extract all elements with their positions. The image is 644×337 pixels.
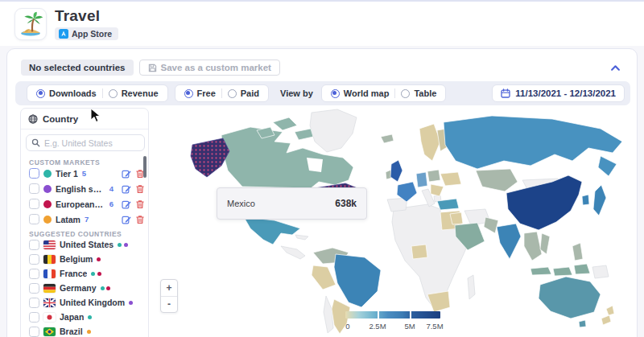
suggested-country-row[interactable]: Belgium	[21, 252, 149, 266]
world-map[interactable]	[154, 108, 637, 337]
membership-dot	[101, 286, 105, 290]
custom-market-row[interactable]: European countries6	[21, 196, 149, 212]
membership-dots	[101, 286, 111, 290]
country-checkbox[interactable]	[29, 269, 39, 279]
membership-dot	[88, 315, 92, 319]
flag-icon-fr	[43, 269, 56, 278]
market-checkbox[interactable]	[29, 183, 39, 194]
country-checkbox[interactable]	[29, 240, 39, 250]
custom-market-row[interactable]: Tier 15	[21, 166, 149, 181]
market-color-dot	[43, 170, 52, 178]
store-badge: App Store	[55, 27, 118, 40]
radio-icon[interactable]	[228, 89, 237, 98]
sidebar-title: Country	[43, 114, 78, 124]
country-sidebar: Country CUSTOM MARKETS Tier 15English sp…	[20, 108, 149, 337]
country-search[interactable]	[26, 134, 145, 151]
custom-market-row[interactable]: Latam7	[21, 212, 149, 227]
map-country-russia-fareast	[598, 156, 617, 176]
radio-view-table[interactable]: Table	[395, 88, 442, 98]
legend-label-2: 5M	[404, 322, 415, 331]
radio-price-paid[interactable]: Paid	[222, 88, 265, 98]
radio-icon[interactable]	[401, 89, 410, 98]
country-checkbox[interactable]	[29, 312, 39, 323]
membership-dot	[97, 272, 101, 276]
map-country-peru	[312, 265, 336, 290]
map-country-japan	[593, 185, 606, 216]
suggested-country-row[interactable]: France	[21, 266, 149, 281]
map-tooltip: Mexico 638k	[217, 187, 367, 220]
country-name: Belgium	[60, 254, 93, 264]
radio-icon[interactable]	[184, 89, 193, 98]
map-country-brazil	[334, 254, 381, 307]
flag-icon-de	[43, 284, 56, 293]
save-custom-market-button[interactable]: Save as a custom market	[139, 60, 280, 76]
radio-view-world-map[interactable]: World map	[325, 88, 395, 98]
edit-icon[interactable]	[122, 184, 131, 194]
country-checkbox[interactable]	[29, 327, 39, 337]
map-country-papua	[592, 265, 609, 278]
map-country-indonesia	[530, 264, 590, 276]
suggested-country-row[interactable]: United Kingdom	[21, 295, 149, 310]
radio-icon[interactable]	[331, 89, 340, 98]
map-country-myanmar-thailand	[524, 232, 542, 261]
market-checkbox[interactable]	[29, 199, 39, 209]
edit-icon[interactable]	[122, 199, 131, 209]
suggested-country-row[interactable]: Japan	[21, 310, 149, 324]
custom-market-row[interactable]: English speaking ...4	[21, 181, 149, 196]
membership-dots	[87, 330, 91, 334]
membership-dots	[91, 272, 101, 276]
country-name: France	[60, 269, 87, 278]
metric-radio-group: DownloadsRevenue	[27, 84, 168, 102]
selection-toolbar: No selected countries Save as a custom m…	[7, 59, 637, 76]
suggested-country-row[interactable]: United States	[21, 237, 149, 252]
edit-icon[interactable]	[122, 169, 131, 179]
suggested-country-row[interactable]: Brazil	[21, 324, 149, 337]
map-country-iraq	[450, 212, 463, 224]
map-country-china	[506, 175, 582, 230]
date-range-picker[interactable]: 11/13/2021 - 12/13/2021	[492, 84, 625, 102]
store-badge-label: App Store	[72, 29, 112, 39]
main-panel: No selected countries Save as a custom m…	[6, 48, 638, 337]
globe-icon	[28, 114, 38, 124]
market-name: Latam	[56, 215, 80, 224]
trash-icon[interactable]	[135, 199, 145, 209]
trash-icon[interactable]	[135, 215, 145, 224]
country-search-input[interactable]	[44, 138, 133, 148]
zoom-in-button[interactable]: +	[161, 280, 177, 297]
search-icon	[31, 138, 40, 147]
radio-icon[interactable]	[109, 89, 118, 98]
market-name: Tier 1	[56, 169, 78, 179]
world-map-panel: Mexico 638k + - 0 2.5M 5M 7.5M	[154, 108, 637, 337]
radio-metric-downloads[interactable]: Downloads	[31, 88, 102, 98]
market-checkbox[interactable]	[29, 214, 39, 224]
app-store-icon	[59, 29, 68, 39]
radio-label: Free	[197, 88, 216, 98]
map-country-tasmania	[579, 320, 586, 327]
market-color-dot	[43, 185, 52, 193]
suggested-country-row[interactable]: Germany	[21, 281, 149, 295]
radio-metric-revenue[interactable]: Revenue	[103, 88, 164, 98]
country-checkbox[interactable]	[29, 283, 39, 294]
membership-dots	[88, 315, 92, 319]
market-checkbox[interactable]	[29, 168, 39, 179]
tooltip-country: Mexico	[227, 199, 255, 208]
radio-icon[interactable]	[36, 89, 45, 98]
map-country-greenland	[310, 109, 357, 152]
radio-price-free[interactable]: Free	[179, 88, 221, 98]
trash-icon[interactable]	[135, 184, 145, 194]
map-country-vietnam	[540, 233, 550, 254]
zoom-out-button[interactable]: -	[161, 297, 177, 313]
flag-icon-br	[43, 327, 56, 336]
country-checkbox[interactable]	[29, 254, 39, 265]
collapse-chevron-up-icon[interactable]	[610, 64, 621, 72]
membership-dot	[106, 286, 110, 290]
radio-label: World map	[344, 88, 390, 98]
map-country-india	[497, 224, 521, 259]
map-zoom-control: + -	[160, 279, 178, 313]
country-name: United States	[60, 240, 114, 249]
membership-dots	[129, 301, 133, 305]
map-country-germany	[416, 172, 427, 187]
edit-icon[interactable]	[122, 215, 131, 224]
sidebar-scrollbar-thumb[interactable]	[143, 156, 147, 178]
country-checkbox[interactable]	[29, 298, 39, 308]
